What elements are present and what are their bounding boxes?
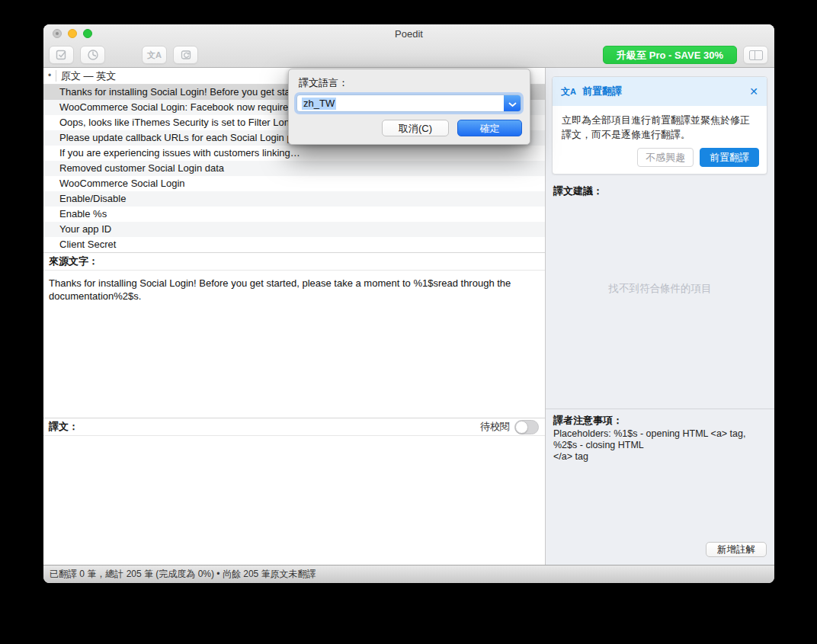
list-item[interactable]: Your app ID: [43, 222, 545, 237]
source-text: Thanks for installing Social Login! Befo…: [43, 271, 545, 418]
notes-text: Placeholders: %1$s - opening HTML <a> ta…: [553, 428, 765, 463]
status-column-header[interactable]: •: [43, 70, 56, 82]
title-bar: Poedit 文A 升級至 Pro - SAVE 30%: [43, 24, 774, 68]
pretranslate-card-body: 立即為全部項目進行前置翻譯並聚焦於修正譯文，而不是逐條進行翻譯。: [553, 106, 767, 142]
list-item[interactable]: Removed customer Social Login data: [43, 161, 545, 176]
status-text: 已翻譯 0 筆，總計 205 筆 (完成度為 0%) • 尚餘 205 筆原文未…: [50, 569, 316, 579]
translate-icon: 文A: [561, 85, 576, 98]
suggestions-label: 譯文建議：: [553, 184, 603, 198]
sidebar: 文A 前置翻譯 ✕ 立即為全部項目進行前置翻譯並聚焦於修正譯文，而不是逐條進行翻…: [545, 68, 774, 565]
validate-checkmark-icon: [56, 49, 68, 61]
sync-button[interactable]: [173, 46, 198, 64]
suggestions-empty-text: 找不到符合條件的項目: [546, 282, 774, 296]
not-interested-button[interactable]: 不感興趣: [637, 148, 694, 167]
pretranslate-button[interactable]: 前置翻譯: [700, 148, 759, 167]
clock-icon: [87, 49, 99, 61]
translate-icon: 文A: [147, 50, 162, 61]
list-item[interactable]: If you are experiencing issues with cust…: [43, 146, 545, 161]
translation-input[interactable]: [43, 436, 545, 565]
language-combobox[interactable]: zh_TW: [296, 95, 521, 112]
source-column-header[interactable]: 原文 — 英文: [56, 69, 116, 83]
translation-label: 譯文：: [49, 420, 78, 434]
validate-button[interactable]: [49, 46, 74, 64]
list-item[interactable]: Enable %s: [43, 207, 545, 222]
status-bar: 已翻譯 0 筆，總計 205 筆 (完成度為 0%) • 尚餘 205 筆原文未…: [43, 565, 774, 583]
list-item[interactable]: Client Secret: [43, 237, 545, 252]
pretranslate-card-header: 文A 前置翻譯 ✕: [553, 77, 767, 106]
translation-language-dialog: 譯文語言： zh_TW 取消(C) 確定: [288, 69, 530, 145]
language-value[interactable]: zh_TW: [302, 98, 336, 110]
window-title: Poedit: [43, 24, 774, 43]
notes-divider: [546, 409, 774, 409]
pretranslate-card-title: 前置翻譯: [582, 85, 622, 98]
toolbar: 文A 升級至 Pro - SAVE 30%: [43, 43, 774, 67]
pretranslate-card: 文A 前置翻譯 ✕ 立即為全部項目進行前置翻譯並聚焦於修正譯文，而不是逐條進行翻…: [552, 76, 767, 175]
dialog-label: 譯文語言：: [299, 76, 348, 90]
source-text-header: 來源文字：: [43, 252, 545, 271]
cancel-button[interactable]: 取消(C): [382, 120, 449, 136]
list-item[interactable]: Enable/Disable: [43, 191, 545, 207]
toggle-knob: [515, 421, 528, 434]
source-text-label: 來源文字：: [49, 255, 98, 268]
list-item[interactable]: WooCommerce Social Login: [43, 176, 545, 191]
poedit-window: Poedit 文A 升級至 Pro - SAVE 30%: [43, 24, 774, 583]
statistics-button[interactable]: [80, 46, 105, 64]
needs-review-label: 待校閱: [480, 420, 510, 434]
add-comment-button[interactable]: 新增註解: [706, 542, 767, 557]
upgrade-pro-button[interactable]: 升級至 Pro - SAVE 30%: [603, 46, 737, 64]
sync-icon: [180, 49, 192, 61]
needs-review-toggle[interactable]: [514, 420, 539, 434]
split-pane-icon: [749, 50, 763, 60]
chevron-down-icon: [508, 97, 517, 111]
ok-button[interactable]: 確定: [457, 120, 522, 136]
pretranslate-toolbar-button[interactable]: 文A: [142, 46, 167, 64]
notes-label: 譯者注意事項：: [553, 414, 623, 428]
combobox-dropdown-button[interactable]: [504, 95, 521, 111]
sidebar-toggle-button[interactable]: [743, 46, 768, 64]
close-icon[interactable]: ✕: [749, 86, 758, 97]
translation-header: 譯文： 待校閱: [43, 418, 545, 436]
